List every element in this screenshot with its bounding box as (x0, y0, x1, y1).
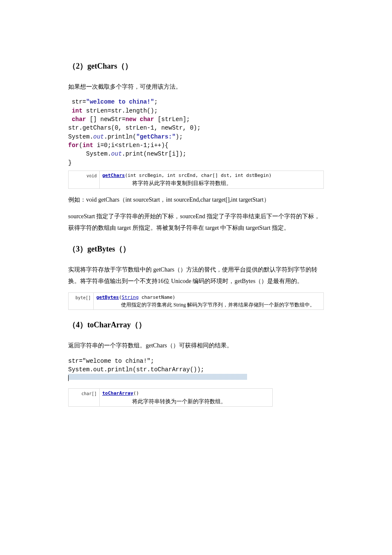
code-text: ); (176, 133, 183, 140)
code-text: ; (154, 98, 158, 105)
method-desc: 使用指定的字符集将此 String 解码为字节序列，并将结果存储到一个新的字节数… (121, 301, 321, 309)
doc-table-getchars: void getChars(int srcBegin, int srcEnd, … (68, 171, 324, 189)
spacer (68, 380, 324, 387)
string-literal: "welcome to china!" (83, 358, 151, 364)
keyword: int (72, 107, 82, 114)
return-type: byte[] (69, 292, 94, 310)
string-literal: "getChars:" (136, 133, 176, 140)
code-text: System. (68, 133, 93, 140)
param-type-link[interactable]: String (122, 295, 139, 300)
keyword: char (140, 116, 154, 123)
code-text: .println( (104, 133, 136, 140)
tochararray-intro: 返回字符串的一个字符数组。getChars（）可获得相同的结果。 (68, 340, 324, 351)
document-page: （2）getChars（） 如果想一次截取多个字符，可使用该方法。 str="w… (0, 0, 392, 432)
heading-tochararray: （4）toCharArray（） (68, 318, 324, 332)
code-text: System. (68, 150, 111, 157)
doc-table-tochararray: char[] toCharArray() 将此字符串转换为一个新的字符数组。 (68, 388, 273, 407)
code-text: .print(newStr[i]); (122, 150, 186, 157)
static-field: out (93, 366, 104, 373)
static-field: out (111, 150, 122, 157)
method-name-link[interactable]: getBytes (96, 295, 119, 300)
return-type: void (69, 171, 100, 188)
return-type: char[] (69, 389, 100, 407)
signature-cell: toCharArray() 将此字符串转换为一个新的字符数组。 (100, 389, 273, 407)
keyword: for (68, 142, 79, 149)
heading-getchars: （2）getChars（） (68, 59, 324, 73)
paren-open: ( (119, 295, 122, 300)
keyword: new (125, 116, 136, 123)
code-text: str= (68, 358, 83, 364)
keyword: int (83, 142, 93, 149)
static-field: out (93, 133, 104, 140)
code-text: str= (68, 98, 86, 105)
code-text: ( (79, 142, 82, 149)
code-text: str.getChars(0, strLen-1, newStr, 0); (68, 124, 201, 131)
code-text: i=0;i<strLen-1;i++){ (93, 142, 168, 149)
signature-cell: getChars(int srcBegin, int srcEnd, char[… (100, 171, 324, 188)
code-text: strLen=str.length(); (83, 107, 158, 114)
code-text: System. (68, 366, 93, 373)
heading-getbytes: （3）getBytes（） (68, 242, 324, 256)
text-cursor-icon (68, 375, 69, 381)
param-list: (int srcBegin, int srcEnd, char[] dst, i… (125, 173, 271, 178)
code-getchars: str="welcome to china!"; int strLen=str.… (68, 98, 324, 167)
code-text: [] newStr= (86, 116, 125, 123)
code-tochararray: str="welcome to china!"; System.out.prin… (68, 357, 324, 380)
selection-highlight (68, 374, 247, 380)
string-literal: "welcome to china!" (86, 98, 154, 105)
method-name-link[interactable]: toCharArray (102, 390, 133, 396)
method-name-link[interactable]: getChars (102, 173, 125, 178)
keyword: char (72, 116, 86, 123)
code-text: [strLen]; (154, 116, 190, 123)
example-signature: 例如：void getChars（int sourceStart，int sou… (68, 194, 324, 205)
code-text (136, 116, 140, 123)
code-text: } (68, 159, 72, 166)
method-desc: 将字符从此字符串复制到目标字符数组。 (132, 179, 321, 188)
getchars-intro: 如果想一次截取多个字符，可使用该方法。 (68, 81, 324, 92)
code-text: .println(str.toCharArray()); (104, 366, 204, 373)
code-text: ; (150, 358, 154, 364)
method-desc: 将此字符串转换为一个新的字符数组。 (132, 397, 270, 406)
doc-table-getbytes: byte[] getBytes(String charsetName) 使用指定… (68, 292, 324, 310)
param-list: () (133, 390, 139, 396)
getbytes-intro: 实现将字符存放于字节数组中的 getChars（）方法的替代，使用平台提供的默认… (68, 264, 324, 287)
signature-cell: getBytes(String charsetName) 使用指定的字符集将此 … (94, 292, 324, 310)
source-desc: sourceStart 指定了子字符串的开始的下标，sourceEnd 指定了子… (68, 211, 324, 234)
param-name: charsetName) (138, 295, 175, 300)
